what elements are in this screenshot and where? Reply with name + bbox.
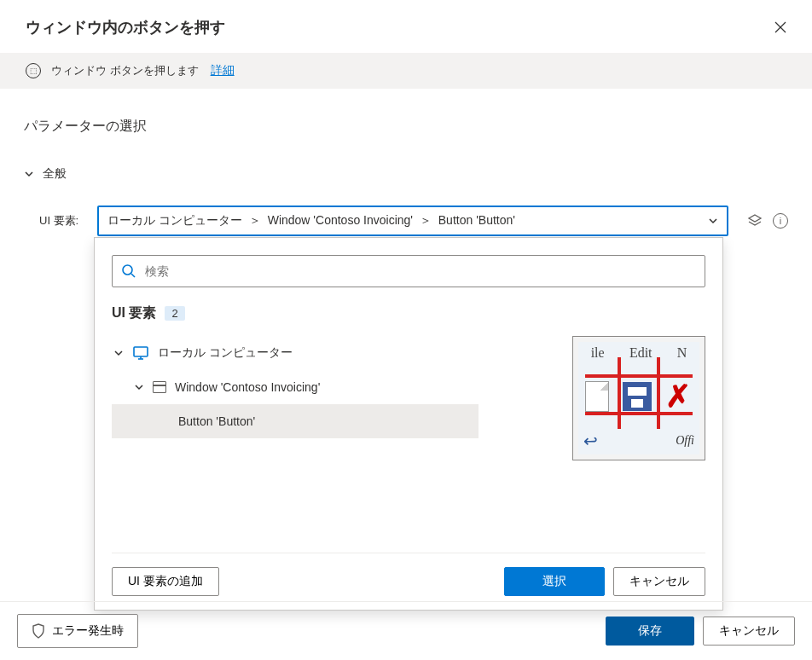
help-icon[interactable]: i: [773, 213, 788, 229]
tree-label: Window 'Contoso Invoicing': [175, 380, 320, 394]
layers-icon[interactable]: [747, 213, 763, 229]
close-icon[interactable]: [774, 21, 786, 33]
chevron-down-icon: [113, 348, 124, 358]
window-icon: [153, 381, 166, 393]
shield-icon: [32, 623, 45, 639]
info-text: ウィンドウ ボタンを押します: [51, 63, 199, 78]
tree-window[interactable]: Window 'Contoso Invoicing': [112, 370, 555, 404]
ui-element-label: UI 要素:: [39, 213, 89, 229]
info-details-link[interactable]: 詳細: [211, 63, 235, 78]
section-title: パラメーターの選択: [24, 118, 788, 136]
ui-elements-heading: UI 要素: [112, 304, 156, 322]
tree-label: ローカル コンピューター: [158, 345, 293, 361]
add-ui-element-button[interactable]: UI 要素の追加: [112, 567, 219, 596]
chevron-down-icon: [708, 216, 718, 226]
on-error-label: エラー発生時: [52, 623, 124, 639]
search-icon: [121, 263, 136, 279]
select-button[interactable]: 選択: [504, 567, 605, 596]
cancel-dropdown-button[interactable]: キャンセル: [613, 567, 705, 596]
svg-rect-5: [134, 347, 148, 356]
thumb-text: ile: [591, 345, 605, 361]
ui-element-tree: ローカル コンピューター Window 'Contoso Invoicing' …: [112, 336, 555, 438]
tree-root[interactable]: ローカル コンピューター: [112, 336, 555, 370]
info-bar: ⬚ ウィンドウ ボタンを押します 詳細: [0, 53, 812, 89]
ui-elements-count: 2: [165, 306, 184, 321]
on-error-button[interactable]: エラー発生時: [17, 614, 138, 648]
svg-point-3: [123, 265, 132, 275]
save-icon: [623, 382, 652, 411]
tree-button-selected[interactable]: Button 'Button': [112, 404, 478, 438]
monitor-icon: [132, 345, 149, 361]
svg-marker-2: [749, 215, 761, 222]
breadcrumb-part: ローカル コンピューター: [107, 213, 242, 227]
x-icon: ✗: [665, 379, 691, 414]
general-label: 全般: [43, 166, 67, 182]
general-toggle[interactable]: 全般: [24, 166, 788, 182]
thumb-text: Edit: [629, 345, 652, 361]
ui-element-dropdown: UI 要素 2 ローカル コンピューター Window 'Contoso Inv…: [94, 237, 723, 611]
ui-element-breadcrumb: ローカル コンピューター ＞ Window 'Contoso Invoicing…: [107, 213, 515, 229]
doc-icon: [585, 381, 609, 412]
chevron-down-icon: [24, 169, 34, 179]
search-input[interactable]: [145, 264, 696, 278]
thumb-text: N: [677, 345, 687, 361]
ui-element-select[interactable]: ローカル コンピューター ＞ Window 'Contoso Invoicing…: [97, 206, 728, 236]
search-input-wrap[interactable]: [112, 255, 705, 287]
dialog-title: ウィンドウ内のボタンを押す: [26, 17, 225, 38]
breadcrumb-part: Window 'Contoso Invoicing': [268, 213, 413, 227]
tree-label: Button 'Button': [178, 414, 255, 428]
save-button[interactable]: 保存: [606, 617, 694, 646]
svg-line-4: [131, 274, 135, 277]
breadcrumb-part: Button 'Button': [438, 213, 515, 227]
info-icon: ⬚: [26, 63, 41, 78]
chevron-down-icon: [134, 382, 144, 392]
element-thumbnail: ile Edit N ✗ ↩Offi: [572, 336, 705, 460]
cancel-button[interactable]: キャンセル: [703, 617, 795, 646]
